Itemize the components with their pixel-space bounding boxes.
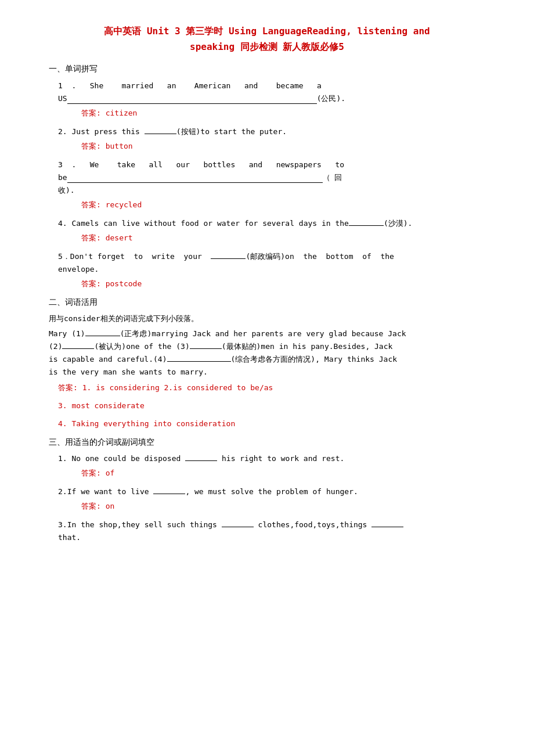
section2-answer-line1: 答案: 1. is considering 2.is considered to… [58, 382, 499, 394]
answer-5: 答案: postcode [81, 278, 499, 290]
answer-2: 答案: button [81, 141, 499, 153]
answer-3: 答案: recycled [81, 199, 499, 211]
section3-question-3-text: 3.In the shop,they sell such things clot… [58, 519, 499, 544]
section3-question-3: 3.In the shop,they sell such things clot… [58, 519, 499, 544]
section3-wrapper: 三、用适当的介词或副词填空 1. No one could be dispose… [35, 436, 499, 544]
section3-question-1-text: 1. No one could be disposed his right to… [58, 452, 499, 465]
answer-1: 答案: citizen [81, 107, 499, 120]
question-2: 2. Just press this (按钮)to start the pute… [58, 125, 499, 153]
section2-answer-line3: 4. Taking everything into consideration [58, 418, 499, 430]
question-5: 5．Don't forget to write your (邮政编码)on th… [58, 250, 499, 290]
question-1: 1 . She married an American and became a… [58, 80, 499, 120]
question-3-text: 3 . We take all our bottles and newspape… [58, 159, 499, 197]
section3-header: 三、用适当的介词或副词填空 [49, 436, 499, 449]
section3-question-2: 2.If we want to live , we must solve the… [58, 485, 499, 513]
section3-question-1: 1. No one could be disposed his right to… [58, 452, 499, 480]
question-2-text: 2. Just press this (按钮)to start the pute… [58, 125, 499, 138]
section2-body: Mary (1)(正考虑)marrying Jack and her paren… [49, 327, 499, 379]
question-5-text: 5．Don't forget to write your (邮政编码)on th… [58, 250, 499, 276]
answer-4: 答案: desert [81, 232, 499, 244]
question-4: 4. Camels can live without food or water… [58, 217, 499, 244]
section1-header: 一、单词拼写 [49, 63, 499, 75]
section3-question-2-text: 2.If we want to live , we must solve the… [58, 485, 499, 498]
section3-answer-2: 答案: on [81, 501, 499, 513]
section3-answer-1: 答案: of [81, 467, 499, 480]
section2-answer-line2: 3. most considerate [58, 400, 499, 412]
question-1-text: 1 . She married an American and became a… [58, 80, 499, 105]
section2-intro: 用与consider相关的词语完成下列小段落。 [49, 312, 499, 325]
page-title: 高中英语 Unit 3 第三学时 Using LanguageReading, … [35, 23, 499, 55]
section2-header: 二、词语活用 [49, 296, 499, 309]
question-3: 3 . We take all our bottles and newspape… [58, 159, 499, 211]
question-4-text: 4. Camels can live without food or water… [58, 217, 499, 230]
